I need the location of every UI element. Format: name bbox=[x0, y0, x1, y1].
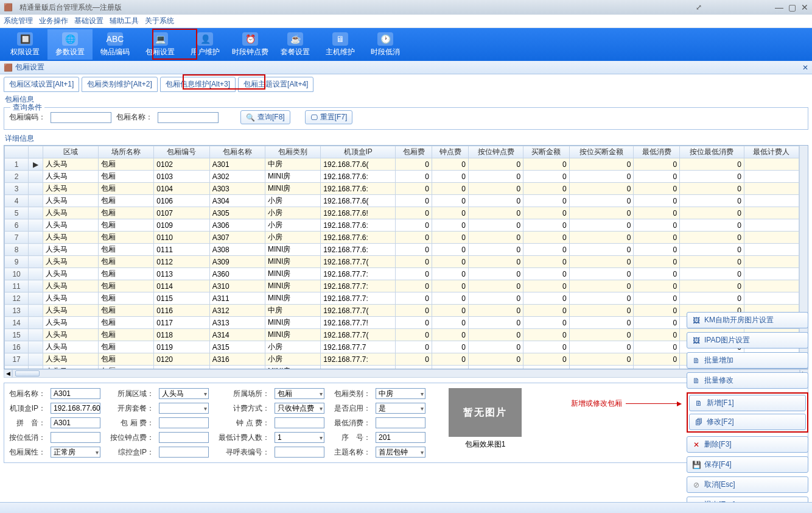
window-title: 精通量贩后台管理系统—注册版 bbox=[19, 2, 696, 13]
table-row[interactable]: 14人头马包厢0117A313MINI房192.168.77.7!0000000 bbox=[5, 317, 799, 329]
form-field-hour_fee[interactable] bbox=[275, 417, 324, 428]
menu-item[interactable]: 业务操作 bbox=[39, 16, 68, 26]
reset-button[interactable]: 🖵重置[F7] bbox=[305, 110, 353, 124]
toolbar-item[interactable]: 💻包厢设置 bbox=[138, 29, 183, 60]
table-row[interactable]: 2人头马包厢0103A302MINI房192.168.77.6:0000000 bbox=[5, 171, 799, 183]
form-field-ctrl_ip[interactable] bbox=[159, 447, 209, 458]
table-row[interactable]: 9人头马包厢0112A309MINI房192.168.77.7(0000000 bbox=[5, 256, 799, 268]
form-label: 所属场所： bbox=[219, 389, 270, 399]
form-field-room_name[interactable]: A301 bbox=[51, 388, 100, 399]
delete-button[interactable]: ✕删除[F3] bbox=[687, 436, 808, 453]
form-field-category[interactable]: 中房 bbox=[376, 388, 425, 399]
column-header[interactable]: 按位钟点费 bbox=[469, 146, 523, 158]
table-row[interactable]: 6人头马包厢0109A306小房192.168.77.6:0000000 bbox=[5, 219, 799, 232]
form-field-room_fee[interactable] bbox=[159, 417, 209, 428]
table-row[interactable]: 12人头马包厢0115A311MINI房192.168.77.7:0000000 bbox=[5, 292, 799, 305]
column-header[interactable]: 机顶盒IP bbox=[321, 146, 396, 158]
form-field-min_spend[interactable] bbox=[376, 417, 425, 428]
form-field-min_persons[interactable]: 1 bbox=[275, 432, 324, 443]
table-row[interactable]: 7人头马包厢0110A307小房192.168.77.6:0000000 bbox=[5, 232, 799, 244]
toolbar-item[interactable]: 🔲权限设置 bbox=[2, 29, 47, 60]
column-header[interactable]: 按位买断金额 bbox=[569, 146, 634, 158]
save-button[interactable]: 💾保存[F4] bbox=[687, 456, 808, 473]
table-row[interactable]: 3人头马包厢0104A303MINI房192.168.77.6:0000000 bbox=[5, 183, 799, 195]
km-image-button[interactable]: 🖼KM自助开房图片设置 bbox=[687, 312, 808, 328]
column-header[interactable]: 区域 bbox=[43, 146, 98, 158]
table-row[interactable]: 1▶人头马包厢0102A301中房192.168.77.6(0000000 bbox=[5, 158, 799, 171]
column-header[interactable]: 场所名称 bbox=[98, 146, 153, 158]
toolbar-item[interactable]: 🖥主机维护 bbox=[318, 29, 363, 60]
toolbar-item[interactable]: 👤用户维护 bbox=[183, 29, 228, 60]
table-row[interactable]: 5人头马包厢0107A305小房192.168.77.6!0000000 bbox=[5, 207, 799, 219]
column-header[interactable]: 包厢名称 bbox=[209, 146, 265, 158]
form-field-seat_hour[interactable] bbox=[159, 432, 209, 443]
maximize-button[interactable]: ▢ bbox=[788, 2, 796, 12]
column-header[interactable]: 最低消费 bbox=[634, 146, 680, 158]
batch-add-button[interactable]: 🗎批量增加 bbox=[687, 352, 808, 369]
column-header[interactable]: 按位最低消费 bbox=[680, 146, 744, 158]
column-header[interactable]: 钟点费 bbox=[432, 146, 469, 158]
form-field-theme[interactable]: 首层包钟 bbox=[376, 447, 425, 458]
image-placeholder: 暂无图片 bbox=[449, 388, 522, 437]
add-button[interactable]: 🗎新增[F1] bbox=[689, 395, 806, 411]
column-header[interactable]: 包厢费 bbox=[396, 146, 432, 158]
table-row[interactable]: 15人头马包厢0118A314MINI房192.168.77.7(0000000 bbox=[5, 329, 799, 341]
table-row[interactable]: 4人头马包厢0106A304小房192.168.77.6(0000000 bbox=[5, 195, 799, 207]
room-name-input[interactable] bbox=[158, 112, 219, 123]
close-button[interactable]: ✕ bbox=[801, 2, 808, 12]
toolbar-item[interactable]: 🕐时段低消 bbox=[363, 29, 408, 60]
form-field-room_attr[interactable]: 正常房 bbox=[51, 447, 100, 458]
tab[interactable]: 包厢信息维护[Alt+3] bbox=[160, 77, 236, 92]
scroll-left-button[interactable]: ◀ bbox=[4, 369, 12, 378]
toolbar-item[interactable]: ⏰时段钟点费 bbox=[228, 29, 273, 60]
form-field-enabled[interactable]: 是 bbox=[376, 403, 425, 414]
menu-item[interactable]: 系统管理 bbox=[4, 16, 33, 26]
menu-item[interactable]: 基础设置 bbox=[74, 16, 103, 26]
tab[interactable]: 包厢区域设置[Alt+1] bbox=[4, 77, 79, 92]
table-row[interactable]: 8人头马包厢0111A308MINI房192.168.77.6:0000000 bbox=[5, 244, 799, 256]
table-row[interactable]: 16人头马包厢0119A315小房192.168.77.70000000 bbox=[5, 341, 799, 353]
form-field-package[interactable] bbox=[159, 403, 209, 414]
toolbar-item[interactable]: ☕套餐设置 bbox=[273, 29, 318, 60]
form-field-seq[interactable]: 201 bbox=[376, 432, 425, 443]
subheader-close-icon[interactable]: ✕ bbox=[802, 63, 808, 72]
form-field-pinyin[interactable]: A301 bbox=[51, 417, 100, 428]
batch-modify-button[interactable]: 🗎批量修改 bbox=[687, 372, 808, 389]
search-icon: 🔍 bbox=[246, 113, 255, 122]
table-row[interactable]: 13人头马包厢0116A312中房192.168.77.7(0000000 bbox=[5, 305, 799, 317]
room-code-input[interactable] bbox=[51, 112, 111, 123]
tab[interactable]: 包厢类别维护[Alt+2] bbox=[82, 77, 157, 92]
expand-icon[interactable]: ⤢ bbox=[696, 3, 702, 12]
cancel-button[interactable]: ⊘取消[Esc] bbox=[687, 476, 808, 493]
toolbar-icon: 👤 bbox=[197, 32, 213, 46]
toolbar-item[interactable]: ABC物品编码 bbox=[93, 29, 138, 60]
table-row[interactable]: 17人头马包厢0120A316小房192.168.77.7:0000000 bbox=[5, 353, 799, 366]
ipad-image-button[interactable]: 🖼IPAD图片设置 bbox=[687, 332, 808, 348]
form-field-place[interactable]: 包厢 bbox=[275, 388, 324, 399]
modify-button[interactable]: 🗐修改[F2] bbox=[689, 414, 806, 430]
column-header[interactable]: 包厢编号 bbox=[154, 146, 209, 158]
menu-item[interactable]: 辅助工具 bbox=[110, 16, 139, 26]
column-header[interactable]: 最低计费人 bbox=[744, 146, 799, 158]
column-header[interactable]: 买断金额 bbox=[523, 146, 570, 158]
toolbar-item[interactable]: 🌐参数设置 bbox=[47, 29, 93, 60]
form-field-ip[interactable]: 192.168.77.60 bbox=[51, 403, 100, 414]
form-field-charge_mode[interactable]: 只收钟点费 bbox=[275, 403, 324, 414]
table-row[interactable]: 10人头马包厢0113A360MINI房192.168.77.7:0000000 bbox=[5, 268, 799, 280]
form-field-pager_code[interactable] bbox=[275, 447, 324, 458]
tab[interactable]: 包厢主题设置[Alt+4] bbox=[238, 77, 313, 92]
app-icon: 🟫 bbox=[4, 3, 15, 12]
minimize-button[interactable]: — bbox=[775, 2, 783, 12]
form-field-seat_low[interactable] bbox=[51, 432, 100, 443]
horizontal-scrollbar[interactable] bbox=[12, 369, 800, 378]
toolbar-label: 时段低消 bbox=[371, 47, 400, 57]
column-header[interactable]: 包厢类别 bbox=[265, 146, 321, 158]
menu-item[interactable]: 关于系统 bbox=[145, 16, 174, 26]
table-row[interactable]: 18人头马包厢0121A317MINI房192.168.77.7:0000000 bbox=[5, 366, 799, 369]
form-label: 开房套餐： bbox=[110, 403, 154, 414]
table-row[interactable]: 11人头马包厢0114A310MINI房192.168.77.7:0000000 bbox=[5, 280, 799, 292]
form-label: 包厢属性： bbox=[9, 447, 46, 458]
search-button[interactable]: 🔍查询[F8] bbox=[240, 110, 290, 124]
form-field-area[interactable]: 人头马 bbox=[159, 388, 209, 399]
cancel-icon: ⊘ bbox=[692, 481, 701, 489]
